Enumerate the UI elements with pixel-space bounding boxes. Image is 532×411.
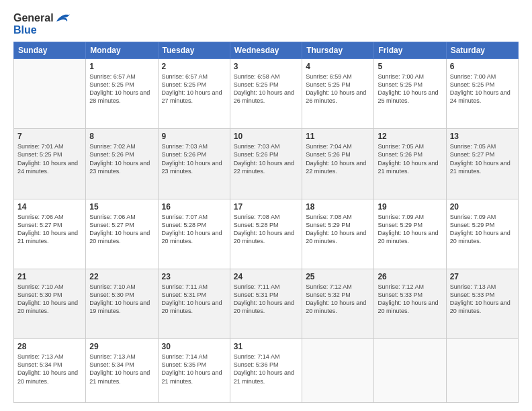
day-number: 23 (162, 272, 226, 281)
calendar-cell: 18Sunrise: 7:08 AMSunset: 5:29 PMDayligh… (302, 199, 374, 269)
day-detail: Sunrise: 7:00 AMSunset: 5:25 PMDaylight:… (378, 73, 442, 105)
day-number: 6 (450, 62, 515, 71)
day-detail: Sunrise: 7:03 AMSunset: 5:26 PMDaylight:… (162, 142, 226, 175)
day-number: 22 (89, 272, 154, 281)
day-number: 2 (162, 62, 226, 71)
day-detail: Sunrise: 7:11 AMSunset: 5:31 PMDaylight:… (162, 283, 226, 316)
calendar-cell: 23Sunrise: 7:11 AMSunset: 5:31 PMDayligh… (158, 269, 230, 338)
day-detail: Sunrise: 7:06 AMSunset: 5:27 PMDaylight:… (89, 213, 154, 246)
day-detail: Sunrise: 7:14 AMSunset: 5:36 PMDaylight:… (234, 353, 298, 385)
day-number: 13 (450, 132, 515, 141)
calendar-cell: 12Sunrise: 7:05 AMSunset: 5:26 PMDayligh… (374, 129, 446, 199)
day-detail: Sunrise: 7:08 AMSunset: 5:28 PMDaylight:… (234, 213, 298, 246)
calendar-cell: 10Sunrise: 7:03 AMSunset: 5:26 PMDayligh… (230, 129, 302, 199)
day-number: 28 (17, 342, 82, 351)
weekday-header-monday: Monday (86, 42, 158, 59)
day-number: 27 (450, 272, 515, 281)
calendar-cell: 27Sunrise: 7:13 AMSunset: 5:33 PMDayligh… (446, 269, 518, 338)
day-detail: Sunrise: 7:13 AMSunset: 5:33 PMDaylight:… (450, 283, 515, 316)
day-detail: Sunrise: 7:13 AMSunset: 5:34 PMDaylight:… (17, 353, 82, 385)
calendar-cell: 31Sunrise: 7:14 AMSunset: 5:36 PMDayligh… (230, 339, 302, 403)
day-detail: Sunrise: 6:57 AMSunset: 5:25 PMDaylight:… (89, 73, 154, 105)
day-detail: Sunrise: 7:02 AMSunset: 5:26 PMDaylight:… (89, 142, 154, 175)
day-number: 19 (378, 202, 442, 212)
page: General Blue SundayMondayTuesdayWednesda… (0, 0, 532, 411)
calendar-cell (14, 59, 86, 129)
calendar-cell: 6Sunrise: 7:00 AMSunset: 5:25 PMDaylight… (446, 59, 518, 129)
calendar-cell: 19Sunrise: 7:09 AMSunset: 5:29 PMDayligh… (374, 199, 446, 269)
day-detail: Sunrise: 7:05 AMSunset: 5:27 PMDaylight:… (450, 142, 515, 175)
day-number: 11 (306, 132, 370, 141)
day-number: 14 (17, 202, 82, 212)
day-detail: Sunrise: 6:57 AMSunset: 5:25 PMDaylight:… (162, 73, 226, 105)
day-number: 5 (378, 62, 442, 71)
day-number: 18 (306, 202, 370, 212)
day-number: 20 (450, 202, 515, 212)
calendar-cell: 3Sunrise: 6:58 AMSunset: 5:25 PMDaylight… (230, 59, 302, 129)
calendar-cell: 13Sunrise: 7:05 AMSunset: 5:27 PMDayligh… (446, 129, 518, 199)
day-detail: Sunrise: 6:59 AMSunset: 5:25 PMDaylight:… (306, 73, 370, 105)
calendar-cell: 26Sunrise: 7:12 AMSunset: 5:33 PMDayligh… (374, 269, 446, 338)
day-detail: Sunrise: 7:07 AMSunset: 5:28 PMDaylight:… (162, 213, 226, 246)
day-detail: Sunrise: 7:01 AMSunset: 5:25 PMDaylight:… (17, 142, 82, 175)
weekday-header-friday: Friday (374, 42, 446, 59)
calendar-cell: 28Sunrise: 7:13 AMSunset: 5:34 PMDayligh… (14, 339, 86, 403)
day-number: 29 (89, 342, 154, 351)
calendar-cell: 2Sunrise: 6:57 AMSunset: 5:25 PMDaylight… (158, 59, 230, 129)
day-number: 7 (17, 132, 82, 141)
day-number: 25 (306, 272, 370, 281)
calendar-cell (446, 339, 518, 403)
calendar-cell: 5Sunrise: 7:00 AMSunset: 5:25 PMDaylight… (374, 59, 446, 129)
day-detail: Sunrise: 7:03 AMSunset: 5:26 PMDaylight:… (234, 142, 298, 175)
day-detail: Sunrise: 7:09 AMSunset: 5:29 PMDaylight:… (378, 213, 442, 246)
calendar-cell: 7Sunrise: 7:01 AMSunset: 5:25 PMDaylight… (14, 129, 86, 199)
calendar-cell (374, 339, 446, 403)
day-detail: Sunrise: 7:06 AMSunset: 5:27 PMDaylight:… (17, 213, 82, 246)
calendar-cell: 9Sunrise: 7:03 AMSunset: 5:26 PMDaylight… (158, 129, 230, 199)
calendar-cell: 17Sunrise: 7:08 AMSunset: 5:28 PMDayligh… (230, 199, 302, 269)
calendar-cell: 29Sunrise: 7:13 AMSunset: 5:34 PMDayligh… (86, 339, 158, 403)
day-number: 30 (162, 342, 226, 351)
day-number: 12 (378, 132, 442, 141)
weekday-header-sunday: Sunday (14, 42, 86, 59)
day-number: 15 (89, 202, 154, 212)
calendar-cell: 11Sunrise: 7:04 AMSunset: 5:26 PMDayligh… (302, 129, 374, 199)
day-detail: Sunrise: 7:00 AMSunset: 5:25 PMDaylight:… (450, 73, 515, 105)
calendar-cell: 24Sunrise: 7:11 AMSunset: 5:31 PMDayligh… (230, 269, 302, 338)
header: General Blue (13, 12, 519, 36)
calendar-cell: 22Sunrise: 7:10 AMSunset: 5:30 PMDayligh… (86, 269, 158, 338)
day-detail: Sunrise: 7:08 AMSunset: 5:29 PMDaylight:… (306, 213, 370, 246)
day-detail: Sunrise: 7:14 AMSunset: 5:35 PMDaylight:… (162, 353, 226, 385)
calendar-table: SundayMondayTuesdayWednesdayThursdayFrid… (13, 42, 519, 403)
calendar-cell: 16Sunrise: 7:07 AMSunset: 5:28 PMDayligh… (158, 199, 230, 269)
weekday-header-wednesday: Wednesday (230, 42, 302, 59)
day-number: 3 (234, 62, 298, 71)
day-number: 17 (234, 202, 298, 212)
day-number: 21 (17, 272, 82, 281)
day-detail: Sunrise: 7:09 AMSunset: 5:29 PMDaylight:… (450, 213, 515, 246)
day-number: 8 (89, 132, 154, 141)
calendar-cell (302, 339, 374, 403)
day-number: 4 (306, 62, 370, 71)
day-detail: Sunrise: 7:12 AMSunset: 5:32 PMDaylight:… (306, 283, 370, 316)
calendar-cell: 30Sunrise: 7:14 AMSunset: 5:35 PMDayligh… (158, 339, 230, 403)
day-detail: Sunrise: 6:58 AMSunset: 5:25 PMDaylight:… (234, 73, 298, 105)
calendar-cell: 8Sunrise: 7:02 AMSunset: 5:26 PMDaylight… (86, 129, 158, 199)
day-number: 26 (378, 272, 442, 281)
day-detail: Sunrise: 7:05 AMSunset: 5:26 PMDaylight:… (378, 142, 442, 175)
day-detail: Sunrise: 7:12 AMSunset: 5:33 PMDaylight:… (378, 283, 442, 316)
calendar-cell: 25Sunrise: 7:12 AMSunset: 5:32 PMDayligh… (302, 269, 374, 338)
calendar-cell: 1Sunrise: 6:57 AMSunset: 5:25 PMDaylight… (86, 59, 158, 129)
day-number: 24 (234, 272, 298, 281)
calendar-cell: 15Sunrise: 7:06 AMSunset: 5:27 PMDayligh… (86, 199, 158, 269)
day-number: 16 (162, 202, 226, 212)
weekday-header-tuesday: Tuesday (158, 42, 230, 59)
calendar-cell: 21Sunrise: 7:10 AMSunset: 5:30 PMDayligh… (14, 269, 86, 338)
day-detail: Sunrise: 7:11 AMSunset: 5:31 PMDaylight:… (234, 283, 298, 316)
weekday-header-saturday: Saturday (446, 42, 518, 59)
logo-blue-text: Blue (13, 24, 37, 36)
calendar-cell: 20Sunrise: 7:09 AMSunset: 5:29 PMDayligh… (446, 199, 518, 269)
day-detail: Sunrise: 7:10 AMSunset: 5:30 PMDaylight:… (89, 283, 154, 316)
day-number: 10 (234, 132, 298, 141)
logo-general-text: General (13, 12, 54, 24)
